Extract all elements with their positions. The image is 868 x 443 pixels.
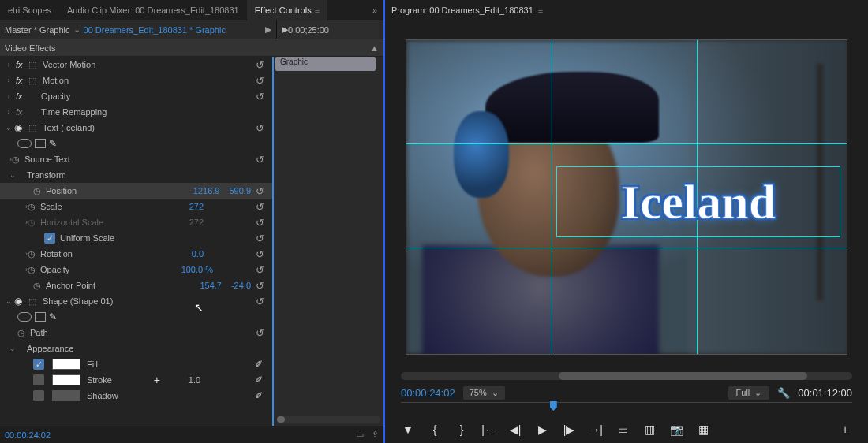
reset-icon[interactable]: ↺: [256, 59, 264, 71]
eyedropper-icon[interactable]: ✐: [255, 359, 263, 370]
prop-scale[interactable]: Scale: [39, 202, 62, 211]
tab-program[interactable]: Program: 00 Dreamers_Edit_180831 ≡: [391, 6, 543, 15]
twirl-icon[interactable]: ›: [3, 92, 14, 100]
reset-icon[interactable]: ↺: [256, 264, 264, 276]
prop-rotation[interactable]: Rotation: [39, 249, 73, 259]
twirl-icon[interactable]: ›: [3, 218, 28, 226]
stroke-width-value[interactable]: 1.0: [184, 375, 205, 385]
footer-share-icon[interactable]: ⇪: [372, 430, 379, 440]
group-transform[interactable]: Transform: [16, 170, 66, 180]
opacity-value[interactable]: 100.0 %: [177, 265, 218, 274]
footer-timecode[interactable]: 00:00:24:02: [5, 430, 51, 440]
pen-icon[interactable]: ✎: [49, 311, 57, 322]
stopwatch-icon[interactable]: ◷: [12, 154, 23, 165]
layer-text[interactable]: Text (Iceland): [41, 123, 95, 132]
button-editor-icon[interactable]: +: [838, 423, 852, 436]
reset-icon[interactable]: ↺: [256, 154, 264, 166]
lift-icon[interactable]: ▭: [615, 423, 630, 436]
prop-source-text[interactable]: Source Text: [23, 154, 70, 164]
chevron-down-icon[interactable]: ⌄: [73, 24, 80, 35]
uniform-scale-checkbox[interactable]: ✓: [44, 233, 55, 244]
anchor-y-value[interactable]: -24.0: [226, 281, 256, 290]
current-timecode[interactable]: 00:00:24:02: [401, 387, 455, 399]
playhead-icon[interactable]: [550, 401, 557, 411]
effect-motion[interactable]: Motion: [41, 76, 69, 85]
reset-icon[interactable]: ↺: [256, 327, 264, 339]
fx-badge-icon[interactable]: fx: [14, 76, 28, 85]
text-bounding-box[interactable]: Iceland: [556, 166, 840, 237]
collapse-icon[interactable]: ▲: [370, 43, 379, 53]
rect-mask-icon[interactable]: [35, 139, 46, 148]
mini-scrollbar[interactable]: [277, 416, 380, 423]
effect-vector-motion[interactable]: Vector Motion: [41, 60, 95, 69]
prop-position[interactable]: Position: [44, 186, 77, 195]
program-time-ruler[interactable]: [401, 402, 852, 416]
stopwatch-icon[interactable]: ◷: [17, 328, 28, 338]
stopwatch-icon[interactable]: ◷: [28, 202, 39, 212]
tab-lumetri[interactable]: etri Scopes: [0, 0, 59, 20]
eye-icon[interactable]: ◉: [14, 122, 28, 133]
twirl-icon[interactable]: ›: [3, 155, 12, 163]
prop-path[interactable]: Path: [28, 328, 48, 337]
pen-icon[interactable]: ✎: [49, 138, 57, 149]
reset-icon[interactable]: ↺: [256, 248, 264, 260]
group-appearance[interactable]: Appearance: [16, 344, 73, 353]
rotation-value[interactable]: 0.0: [187, 249, 208, 259]
fx-badge-icon[interactable]: fx: [14, 91, 28, 101]
wrench-settings-icon[interactable]: 🔧: [777, 387, 790, 399]
position-y-value[interactable]: 590.9: [224, 186, 256, 195]
eyedropper-icon[interactable]: ✐: [255, 374, 263, 385]
resolution-select[interactable]: Full⌄: [728, 386, 770, 400]
reset-icon[interactable]: ↺: [256, 296, 264, 307]
stopwatch-icon[interactable]: ◷: [33, 281, 44, 291]
tab-effect-controls[interactable]: Effect Controls ≡: [247, 0, 327, 20]
expand-right-icon[interactable]: »: [366, 6, 383, 15]
stroke-swatch[interactable]: [52, 374, 80, 385]
stopwatch-icon[interactable]: ◷: [28, 265, 39, 275]
anchor-x-value[interactable]: 154.7: [195, 281, 226, 290]
twirl-icon[interactable]: ›: [3, 108, 14, 116]
mark-out-icon[interactable]: }: [455, 423, 469, 436]
program-monitor[interactable]: Iceland: [406, 39, 847, 355]
effects-mini-timeline[interactable]: Graphic: [272, 57, 383, 426]
go-to-in-icon[interactable]: |←: [481, 423, 496, 436]
reset-icon[interactable]: ↺: [256, 75, 264, 87]
shadow-swatch[interactable]: [52, 390, 80, 401]
monitor-scrub-bar[interactable]: [401, 372, 852, 380]
panel-menu-icon[interactable]: ≡: [315, 6, 320, 15]
reset-icon[interactable]: ↺: [256, 280, 264, 292]
reset-icon[interactable]: ↺: [256, 233, 264, 244]
effect-opacity[interactable]: Opacity: [28, 91, 70, 101]
reset-icon[interactable]: ↺: [256, 91, 264, 102]
twirl-icon[interactable]: ›: [3, 203, 28, 210]
stroke-checkbox[interactable]: [33, 374, 44, 385]
add-marker-icon[interactable]: ▼: [401, 423, 415, 436]
fx-badge-icon[interactable]: fx: [14, 107, 28, 117]
position-x-value[interactable]: 1216.9: [189, 186, 225, 195]
prop-anchor-point[interactable]: Anchor Point: [44, 281, 95, 290]
scale-value[interactable]: 272: [185, 202, 208, 211]
reset-icon[interactable]: ↺: [256, 217, 264, 229]
export-frame-icon[interactable]: 📷: [669, 423, 683, 436]
layer-shape[interactable]: Shape (Shape 01): [41, 296, 113, 306]
stopwatch-icon[interactable]: ◷: [33, 186, 44, 196]
ellipse-mask-icon[interactable]: [17, 139, 32, 148]
tab-audio-mixer[interactable]: Audio Clip Mixer: 00 Dreamers_Edit_18083…: [59, 0, 247, 20]
reset-icon[interactable]: ↺: [256, 185, 264, 197]
clip-link[interactable]: 00 Dreamers_Edit_180831 * Graphic: [84, 25, 226, 35]
shadow-checkbox[interactable]: [33, 390, 44, 401]
stopwatch-icon[interactable]: ◷: [28, 249, 39, 259]
panel-menu-icon[interactable]: ≡: [538, 6, 543, 15]
zoom-select[interactable]: 75%⌄: [463, 386, 505, 400]
twirl-icon[interactable]: ›: [3, 250, 28, 258]
twirl-icon[interactable]: ›: [3, 61, 14, 69]
fill-swatch[interactable]: [52, 359, 80, 370]
prop-opacity[interactable]: Opacity: [39, 265, 69, 274]
reset-icon[interactable]: ↺: [256, 122, 264, 134]
graphic-clip-chip[interactable]: Graphic: [275, 57, 376, 71]
twirl-open-icon[interactable]: ⌄: [3, 171, 16, 179]
footer-icon-1[interactable]: ▭: [356, 430, 364, 440]
rect-mask-icon[interactable]: [35, 312, 46, 322]
eyedropper-icon[interactable]: ✐: [255, 390, 263, 401]
eye-icon[interactable]: ◉: [14, 296, 28, 307]
